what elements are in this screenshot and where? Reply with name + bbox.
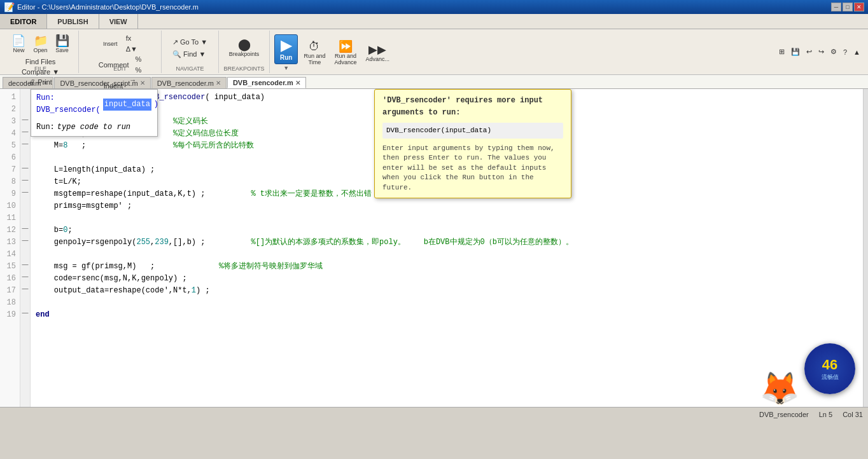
code-tab-rsencoder1[interactable]: DVB_rsencoder.m ✕ — [151, 77, 227, 88]
delta-button[interactable]: Δ▼ — [123, 44, 140, 54]
toolbar-file-section: 📄 New 📁 Open 💾 Save Find Files Compare ▼ — [3, 31, 79, 73]
status-col: Col 31 — [843, 411, 863, 418]
open-button[interactable]: 📁 Open — [30, 33, 50, 55]
find-nav-button[interactable]: 🔍 Find ▼ — [170, 49, 208, 60]
tab-editor[interactable]: EDITOR — [0, 14, 47, 29]
close-tab-rsencoder1[interactable]: ✕ — [216, 79, 221, 86]
breakpoints-button[interactable]: ⬤ Breakpoints — [226, 37, 263, 59]
advance-button[interactable]: ▶▶ Advanc... — [362, 42, 393, 64]
toolbar-icon-3[interactable]: ↩ — [804, 46, 815, 57]
status-ln: Ln 5 — [819, 411, 832, 418]
code-line-14 — [36, 249, 858, 261]
toolbar-icon-7[interactable]: ▲ — [851, 47, 863, 57]
toolbar-icon-1[interactable]: ⊞ — [776, 46, 787, 57]
close-button[interactable]: ✕ — [854, 3, 864, 11]
window-title: Editor - C:\Users\Administrator\Desktop\… — [17, 3, 199, 11]
insert-button[interactable]: Insert — [100, 38, 121, 49]
window-controls[interactable]: ─ □ ✕ — [831, 3, 864, 11]
minimize-button[interactable]: ─ — [831, 3, 841, 11]
toolbar-icon-5[interactable]: ⚙ — [828, 46, 839, 57]
code-content[interactable]: function [output_data ]=DVB_rsencoder( i… — [31, 89, 863, 407]
toolbar-icon-4[interactable]: ↪ — [816, 46, 827, 57]
code-tab-rsencoder2[interactable]: DVB_rsencoder.m ✕ — [227, 77, 306, 88]
run-dropdown-item-1[interactable]: Run: DVB_rsencoder(input_data) — [31, 90, 157, 119]
new-button[interactable]: 📄 New — [8, 33, 29, 55]
flow-widget: 46 流畅值 — [804, 343, 855, 394]
line-numbers: 1 2 3 4 5 6 7 8 9 10 11 12 13 14 15 16 1… — [0, 89, 20, 407]
toolbar-run-section: ▶ Run ▼ ⏱ Run and Time ⏩ Run and Advance… — [270, 31, 397, 73]
right-edge-marker — [863, 89, 868, 407]
code-line-15: msg = gf(primsg,M) ; %将多进制符号映射到伽罗华域 — [36, 261, 858, 273]
run-dropdown[interactable]: Run: DVB_rsencoder(input_data) Run: type… — [31, 89, 158, 137]
run-button[interactable]: ▶ Run — [274, 34, 298, 64]
run-time-button[interactable]: ⏱ Run and Time — [300, 39, 328, 67]
code-line-11 — [36, 212, 858, 224]
close-tab-rsencoder2[interactable]: ✕ — [295, 79, 300, 86]
status-file: DVB_rsencoder — [759, 411, 809, 418]
toolbar-icon-6[interactable]: ? — [841, 47, 850, 57]
maximize-button[interactable]: □ — [843, 3, 853, 11]
breakpoint-column: — — — — — — — — — — — — — [20, 89, 31, 407]
code-line-19: end — [36, 309, 858, 321]
code-line-13: genpoly=rsgenpoly(255,239,[],b) ; %[]为默认… — [36, 236, 858, 249]
run-dropdown-item-2[interactable]: Run: type code to run — [31, 119, 157, 136]
comment-pct-button[interactable]: % — [132, 54, 144, 64]
toolbar-icon-2[interactable]: 💾 — [788, 46, 802, 57]
fx-button[interactable]: fx — [123, 33, 140, 43]
toolbar-navigate-section: ↗ Go To ▼ 🔍 Find ▼ NAVIGATE — [162, 31, 219, 73]
code-line-12: b=0; — [36, 224, 858, 236]
code-line-10: primsg=msgtemp' ; — [36, 200, 858, 212]
title-text: 📝 Editor - C:\Users\Administrator\Deskto… — [4, 2, 199, 12]
editor-area: 1 2 3 4 5 6 7 8 9 10 11 12 13 14 15 16 1… — [0, 89, 868, 407]
run-advance-button[interactable]: ⏩ Run and Advance — [331, 39, 360, 67]
code-line-16: code=rsenc(msg,N,K,genpoly) ; — [36, 273, 858, 285]
run-input-highlight: input_data — [103, 99, 151, 111]
print-button[interactable]: 🖨 Print — [26, 77, 55, 87]
code-line-18 — [36, 297, 858, 309]
goto-button[interactable]: ↗ Go To ▼ — [170, 37, 210, 48]
main-toolbar: 📄 New 📁 Open 💾 Save Find Files Compare ▼ — [0, 29, 868, 75]
tooltip-body: Enter input arguments by typing them now… — [382, 144, 563, 193]
tooltip-code: DVB_rsencoder(input_data) — [382, 123, 563, 139]
title-bar: 📝 Editor - C:\Users\Administrator\Deskto… — [0, 0, 868, 14]
app-tab-bar: EDITOR PUBLISH VIEW — [0, 14, 868, 29]
fox-decoration: 🦊 — [760, 356, 804, 407]
save-button[interactable]: 💾 Save — [52, 33, 73, 55]
tooltip-popup: 'DVB_rsencoder' requires more input argu… — [374, 89, 571, 198]
status-bar: DVB_rsencoder Ln 5 Col 31 — [0, 407, 868, 421]
tab-view[interactable]: VIEW — [99, 14, 138, 29]
indent-in-button[interactable]: → — [127, 75, 139, 85]
toolbar-edit-section: Insert fx Δ▼ Comment % % Indent → ← — [79, 31, 162, 73]
tooltip-title: 'DVB_rsencoder' requires more input argu… — [382, 95, 563, 119]
code-line-17: output_data=reshape(code',N*t,1) ; — [36, 285, 858, 297]
tab-publish[interactable]: PUBLISH — [47, 14, 99, 29]
toolbar-breakpoints-section: ⬤ Breakpoints BREAKPOINTS — [219, 31, 270, 73]
close-tab-script[interactable]: ✕ — [140, 79, 145, 86]
